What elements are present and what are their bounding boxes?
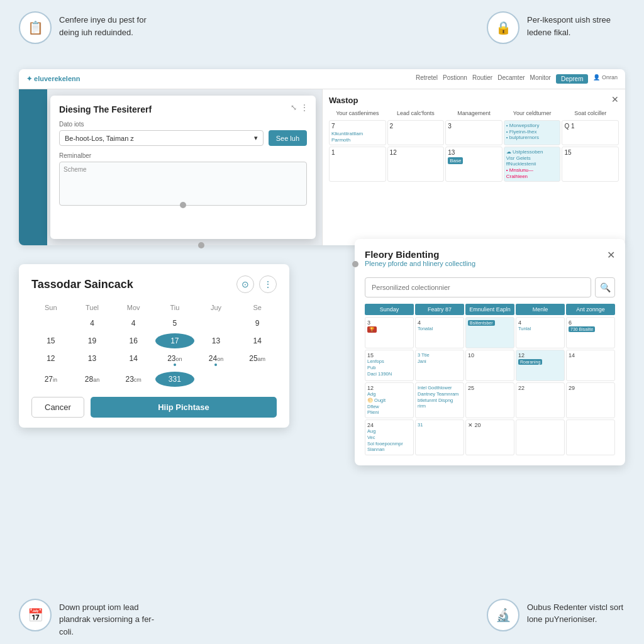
browser-content: Diesing The Fesitererf ⤡ ⋮ Dato iots Be-… <box>19 89 625 245</box>
cal-header-0: Your castlenimes <box>329 109 386 118</box>
nav-monitor[interactable]: Monitor <box>530 74 551 84</box>
cw-day-grid: Sun Tuel Mov Tiu Juy Se 4 4 5 9 15 19 16… <box>31 302 277 387</box>
cw-day-empty-4 <box>238 372 277 387</box>
cal-cell-r0c3: • Morwepstlory• Flyeinn-thex• bulpturern… <box>504 120 561 145</box>
cw-day-25-am[interactable]: 25am <box>238 351 277 369</box>
cw-header-juy: Juy <box>197 302 236 313</box>
filter-dialog: Fleory Bidenting Pleney pforde and hline… <box>355 239 625 465</box>
cw-day-4b[interactable]: 4 <box>114 316 153 331</box>
cw-header-mov: Mov <box>114 302 153 313</box>
cal-cell-r1c0: 1 <box>329 147 386 182</box>
connector-dot-2 <box>352 261 358 267</box>
reminder-box[interactable]: Scheme <box>59 162 307 206</box>
location-select[interactable]: Be-hoot-Los, Taiman z ▾ <box>59 130 264 146</box>
cw-day-23-on[interactable]: 23on <box>155 351 194 369</box>
download-icon[interactable]: ⊙ <box>236 275 254 293</box>
cw-day-16[interactable]: 16 <box>114 333 153 348</box>
cw-day-23-cm[interactable]: 23cm <box>114 372 153 387</box>
cw-day-12[interactable]: 12 <box>31 351 70 369</box>
cw-day-empty-2 <box>197 316 236 331</box>
fd-cell-r2c0: 12 Adg🌕 OugltDflewPlieni <box>365 382 414 418</box>
cw-day-13b[interactable]: 13 <box>73 351 112 369</box>
nav-postionn[interactable]: Postionn <box>443 74 467 84</box>
browser-logo: ✦ eluverekelenn <box>26 75 80 83</box>
top-left-text: Cenfere inye du pest for deing iuh redui… <box>59 11 157 38</box>
browser-window: ✦ eluverekelenn Retretel Postionn Routie… <box>19 69 625 245</box>
cal-header-row: Your castlenimes Lead calc'fonts Managem… <box>329 109 619 118</box>
modal-title: Diesing The Fesitererf <box>59 104 307 114</box>
more-options-icon[interactable]: ⋮ <box>259 275 277 293</box>
fd-search-icon[interactable]: 🔍 <box>595 277 615 297</box>
cw-day-5[interactable]: 5 <box>155 316 194 331</box>
cal-cell-r0c0: 7 KlkuntilrattlamParmoth <box>329 120 386 145</box>
nav-retretel[interactable]: Retretel <box>416 74 438 84</box>
fd-search-input[interactable] <box>365 277 591 297</box>
nav-routier[interactable]: Routier <box>472 74 492 84</box>
cw-footer: Cancer Hiip Pichtase <box>31 397 277 418</box>
top-annotations: 📋 Cenfere inye du pest for deing iuh red… <box>0 0 644 44</box>
cal-cell-r0c2: 3 <box>445 120 502 145</box>
fd-cell-r2c2: 25 <box>465 382 514 418</box>
modal-overlay: Diesing The Fesitererf ⤡ ⋮ Dato iots Be-… <box>50 96 316 239</box>
cw-day-14b[interactable]: 14 <box>114 351 153 369</box>
fd-cal-grid: 3 🏆 4 Tonatal Bslitentsber 4 Tunlal 6 73… <box>365 317 615 455</box>
calendar-widget: Tassodar Saincack ⊙ ⋮ Sun Tuel Mov Tiu J… <box>19 264 289 428</box>
fd-header: Fleory Bidenting Pleney pforde and hline… <box>365 249 615 274</box>
modal-resize-icon[interactable]: ⤡ <box>291 103 297 112</box>
fd-title-group: Fleory Bidenting Pleney pforde and hline… <box>365 249 475 274</box>
cw-day-empty-1 <box>31 316 70 331</box>
cal-grid: 7 KlkuntilrattlamParmoth 2 3 • Morwepstl… <box>329 120 619 182</box>
cw-actions: ⊙ ⋮ <box>236 275 277 293</box>
fd-cell-r0c1: 4 Tonatal <box>415 317 464 348</box>
cw-day-empty-3 <box>197 372 236 387</box>
fd-cell-r0c4: 6 730 Bisalite <box>566 317 615 348</box>
top-right-text: Per-lkespont uish stree ledene fikal. <box>527 11 625 38</box>
cw-header-sun: Sun <box>31 302 70 313</box>
cw-header-se: Se <box>238 302 277 313</box>
main-area: ✦ eluverekelenn Retretel Postionn Routie… <box>0 69 644 594</box>
bottom-right-text: Oubus Redenter vistcl sort lone puYnerio… <box>527 599 625 626</box>
nav-deprem-btn[interactable]: Deprem <box>556 74 589 84</box>
modal-menu-icon[interactable]: ⋮ <box>301 103 308 112</box>
right-panel-close-btn[interactable]: ✕ <box>611 94 619 104</box>
cal-header-3: Your celdturner <box>504 109 561 118</box>
cw-day-13a[interactable]: 13 <box>197 333 236 348</box>
fd-cell-r1c1: 3 TtieJani <box>415 350 464 381</box>
cal-cell-r0c1: 2 <box>387 120 445 145</box>
cw-day-15[interactable]: 15 <box>31 333 70 348</box>
fd-search-row: 🔍 <box>365 277 615 297</box>
cw-day-9[interactable]: 9 <box>238 316 277 331</box>
cw-day-331-selected[interactable]: 331 <box>155 372 194 387</box>
fd-cell-r1c3: 12 Roaraning <box>516 350 565 381</box>
connector-dot-1 <box>198 242 204 248</box>
fd-cell-r0c0: 3 🏆 <box>365 317 414 348</box>
top-right-icon: 🔒 <box>487 11 519 44</box>
cw-day-4a[interactable]: 4 <box>73 316 112 331</box>
nav-decamter[interactable]: Decamter <box>497 74 525 84</box>
bottom-left-annotation: 📅 Down proupt iom lead plandrak versiorn… <box>19 599 157 638</box>
cancel-button[interactable]: Cancer <box>31 397 84 418</box>
cw-day-27-in[interactable]: 27in <box>31 372 70 387</box>
cal-header-2: Management <box>445 109 502 118</box>
fd-cell-r3c3 <box>516 419 565 455</box>
reminder-label: Reminalber <box>59 152 307 159</box>
cw-day-24-on[interactable]: 24on <box>197 351 236 369</box>
fd-cell-r2c4: 29 <box>566 382 615 418</box>
fd-cal-hcell-4: Ant zonnge <box>566 304 615 315</box>
fd-cell-r3c4 <box>566 419 615 455</box>
cw-day-17-selected[interactable]: 17 <box>155 333 194 348</box>
fd-cell-r1c0: 15 LenfopsPubDaci 1390N <box>365 350 414 381</box>
fd-close-button[interactable]: ✕ <box>607 249 615 261</box>
cal-cell-r0c4: Q 1 <box>562 120 619 145</box>
top-left-annotation: 📋 Cenfere inye du pest for deing iuh red… <box>19 11 157 44</box>
cw-day-19[interactable]: 19 <box>73 333 112 348</box>
cw-day-14[interactable]: 14 <box>238 333 277 348</box>
cw-header: Tassodar Saincack ⊙ ⋮ <box>31 275 277 293</box>
see-button[interactable]: See luh <box>269 130 307 146</box>
cw-day-28-an[interactable]: 28an <box>73 372 112 387</box>
cal-cell-r1c3: ☁ Ustplessoben Visr GeletsffNucklestenii… <box>504 147 561 182</box>
fd-cell-r3c2: ✕ 20 <box>465 419 514 455</box>
cw-header-tuel: Tuel <box>73 302 112 313</box>
hiip-pichtase-button[interactable]: Hiip Pichtase <box>91 397 277 418</box>
fd-cal-hcell-3: Menle <box>516 304 565 315</box>
